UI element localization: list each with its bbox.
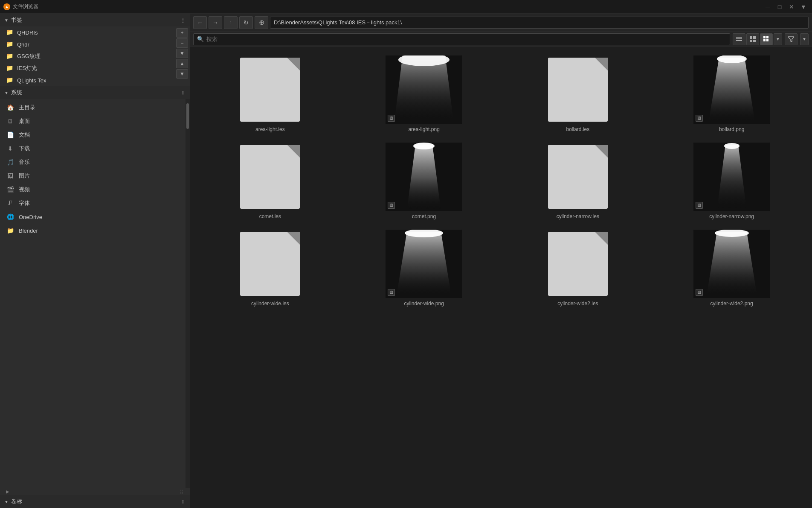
main-layout: ▼ 书签 ⣿ 📁 QHDRIs 📁 Qhdr 📁 GSG纹理 [0, 14, 812, 508]
svg-rect-8 [766, 36, 768, 38]
system-item-label: OneDrive [19, 214, 42, 220]
svg-rect-7 [763, 36, 766, 38]
thumb-svg-area-light [386, 55, 462, 124]
file-item-cylinder-narrow-png[interactable]: 🖼 cylinder-narrow.png [658, 141, 805, 221]
system-item-label: 字体 [19, 199, 30, 207]
bookmarks-header[interactable]: ▼ 书签 ⣿ [0, 14, 190, 26]
file-item-area-light-ies[interactable]: area-light.ies [197, 54, 344, 134]
scroll-down-button[interactable]: ▼ [798, 2, 809, 12]
file-item-cylinder-wide-png[interactable]: 🖼 cylinder-wide.png [351, 228, 498, 308]
system-item-pictures[interactable]: 🖼 图片 [0, 169, 186, 183]
fonts-icon: F [6, 199, 14, 207]
file-item-area-light-png[interactable]: 🖼 area-light.png [351, 54, 498, 134]
bookmark-item-gsg[interactable]: 📁 GSG纹理 [0, 50, 174, 62]
volumes-header[interactable]: ▼ 卷标 ⣿ [0, 495, 190, 508]
ies-doc-icon [548, 232, 608, 296]
system-section: ▼ 系统 ⣿ 🏠 主目录 🖥 桌面 📄 文档 [0, 86, 190, 495]
system-expand-row[interactable]: ▶ ⣿ [0, 488, 190, 495]
system-item-onedrive[interactable]: 🌐 OneDrive [0, 210, 186, 224]
file-item-comet-png[interactable]: 🖼 comet.png [351, 141, 498, 221]
thumb-svg-comet [386, 143, 462, 211]
system-item-documents[interactable]: 📄 文档 [0, 128, 186, 142]
file-item-cylinder-narrow-ies[interactable]: cylinder-narrow.ies [505, 141, 652, 221]
forward-button[interactable]: → [209, 16, 222, 29]
file-item-cylinder-wide2-ies[interactable]: cylinder-wide2.ies [505, 228, 652, 308]
ies-doc-icon [548, 145, 608, 209]
grid-small-view-button[interactable] [746, 33, 759, 45]
svg-rect-3 [750, 36, 752, 39]
expand-dots: ⣿ [180, 489, 184, 494]
system-item-home[interactable]: 🏠 主目录 [0, 101, 186, 114]
ies-doc-icon [240, 232, 300, 296]
minimize-button[interactable]: ─ [763, 2, 773, 12]
expand-arrow-icon: ▶ [6, 489, 9, 494]
file-item-comet-ies[interactable]: comet.ies [197, 141, 344, 221]
system-item-fonts[interactable]: F 字体 [0, 196, 186, 210]
svg-marker-11 [788, 37, 794, 42]
up-button[interactable]: ↑ [224, 16, 238, 29]
new-folder-button[interactable]: ⊕ [255, 16, 268, 29]
path-bar[interactable]: D:\BlenderAssets\QLights Tex\08 IES－ligh… [270, 17, 809, 29]
system-scrollbar[interactable] [186, 99, 190, 488]
filter-dropdown-button[interactable]: ▼ [800, 33, 809, 45]
refresh-button[interactable]: ↻ [239, 16, 253, 29]
system-item-desktop[interactable]: 🖥 桌面 [0, 114, 186, 128]
list-view-button[interactable] [733, 33, 745, 45]
file-item-cylinder-wide-ies[interactable]: cylinder-wide.ies [197, 228, 344, 308]
file-grid: area-light.ies [190, 47, 812, 508]
file-item-bollard-png[interactable]: 🖼 bollard.png [658, 54, 805, 134]
img-indicator: 🖼 [388, 289, 395, 296]
ies-doc-icon [240, 145, 300, 209]
system-item-downloads[interactable]: ⬇ 下载 [0, 142, 186, 155]
filter-button[interactable] [785, 33, 798, 45]
search-wrapper[interactable]: 🔍 [193, 33, 730, 45]
search-input[interactable] [206, 36, 726, 42]
move-bookmark-down-button[interactable]: ▼ [176, 69, 188, 79]
back-button[interactable]: ← [193, 16, 207, 29]
search-icon: 🔍 [197, 36, 204, 42]
topbar: ← → ↑ ↻ ⊕ D:\BlenderAssets\QLights Tex\0… [190, 14, 812, 32]
file-item-bollard-ies[interactable]: bollard.ies [505, 54, 652, 134]
content-area: ← → ↑ ↻ ⊕ D:\BlenderAssets\QLights Tex\0… [190, 14, 812, 508]
file-thumb-area-light-ies [232, 55, 308, 124]
file-thumb-comet-ies [232, 143, 308, 211]
grid-large-view-button[interactable] [760, 33, 773, 45]
file-thumb-bollard-ies [539, 55, 616, 124]
ies-doc-icon [240, 58, 300, 122]
svg-point-23 [724, 143, 740, 149]
file-thumb-bollard-png: 🖼 [693, 55, 770, 124]
close-button[interactable]: ✕ [786, 2, 797, 12]
system-item-videos[interactable]: 🎬 视频 [0, 183, 186, 196]
bookmark-dropdown-button[interactable]: ▼ [176, 49, 188, 58]
view-dropdown-button[interactable]: ▼ [774, 33, 782, 45]
add-bookmark-button[interactable]: + [176, 28, 188, 38]
onedrive-icon: 🌐 [6, 213, 14, 221]
system-item-blender[interactable]: 📁 Blender [0, 224, 186, 237]
scrollbar-thumb[interactable] [186, 103, 189, 129]
file-item-cylinder-wide2-png[interactable]: 🖼 cylinder-wide2.png [658, 228, 805, 308]
remove-bookmark-button[interactable]: − [176, 38, 188, 48]
file-name-cylinder-narrow-ies: cylinder-narrow.ies [557, 213, 599, 219]
bookmark-label: QHDRIs [17, 29, 38, 36]
svg-point-20 [413, 143, 435, 149]
svg-rect-6 [753, 40, 756, 42]
pictures-icon: 🖼 [6, 172, 14, 180]
file-name-comet-png: comet.png [412, 213, 436, 219]
bookmark-item-qhdris[interactable]: 📁 QHDRIs [0, 26, 174, 38]
folder-icon: 📁 [6, 29, 14, 36]
system-item-music[interactable]: 🎵 音乐 [0, 155, 186, 169]
svg-rect-2 [736, 40, 742, 41]
music-icon: 🎵 [6, 158, 14, 166]
file-name-area-light-ies: area-light.ies [255, 126, 285, 132]
bookmarks-section: ▼ 书签 ⣿ 📁 QHDRIs 📁 Qhdr 📁 GSG纹理 [0, 14, 190, 86]
bookmarks-dots: ⣿ [182, 18, 186, 23]
system-header[interactable]: ▼ 系统 ⣿ [0, 86, 190, 99]
bookmark-item-qhdr[interactable]: 📁 Qhdr [0, 38, 174, 50]
bookmark-item-ies[interactable]: 📁 IES灯光 [0, 62, 174, 74]
move-bookmark-up-button[interactable]: ▲ [176, 59, 188, 68]
bookmark-label: IES灯光 [17, 64, 37, 72]
bookmark-item-qlights[interactable]: 📁 QLights Tex [0, 74, 174, 86]
system-item-label: 视频 [19, 186, 30, 193]
system-list: 🏠 主目录 🖥 桌面 📄 文档 ⬇ 下载 [0, 99, 186, 488]
maximize-button[interactable]: □ [774, 2, 785, 12]
